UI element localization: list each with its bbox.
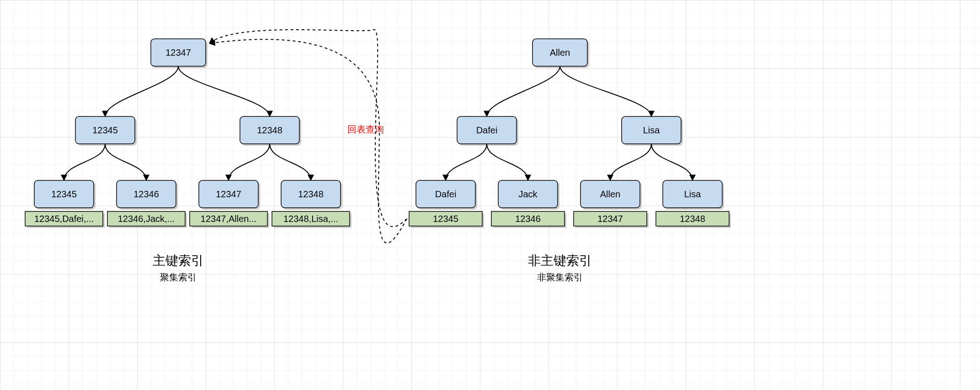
left-mid-0-label: 12345 (92, 125, 118, 135)
left-leaf-3-label: 12348 (298, 189, 324, 199)
lookup-label: 回表查询 (347, 124, 384, 134)
right-data-2-label: 12347 (597, 214, 623, 224)
right-mid-0-label: Dafei (476, 125, 498, 135)
left-root-label: 12347 (165, 47, 191, 58)
right-leaf-1-label: Jack (518, 189, 538, 199)
index-diagram: 1234712345123481234512346123471234812345… (0, 0, 980, 390)
left-data-0-label: 12345,Dafei,... (34, 214, 94, 224)
right-data-1-label: 12346 (515, 214, 541, 224)
left-leaf-1-label: 12346 (133, 189, 159, 199)
right-root-label: Allen (550, 47, 570, 58)
right-leaf-2-label: Allen (600, 189, 620, 199)
left-mid-1-label: 12348 (257, 125, 282, 135)
left-subtitle: 聚集索引 (160, 272, 197, 282)
right-mid-1-label: Lisa (643, 125, 660, 135)
right-data-0-label: 12345 (433, 214, 458, 224)
left-leaf-0-label: 12345 (51, 189, 77, 199)
left-title: 主键索引 (153, 253, 204, 268)
left-data-3-label: 12348,Lisa,... (283, 214, 338, 224)
right-leaf-3-label: Lisa (684, 189, 702, 199)
right-leaf-0-label: Dafei (435, 189, 457, 199)
left-data-1-label: 12346,Jack,... (118, 214, 175, 224)
left-data-2-label: 12347,Allen... (201, 214, 256, 224)
right-subtitle: 非聚集索引 (537, 272, 583, 282)
left-leaf-2-label: 12347 (216, 189, 241, 199)
right-data-3-label: 12348 (680, 214, 705, 224)
right-title: 非主键索引 (528, 253, 592, 268)
